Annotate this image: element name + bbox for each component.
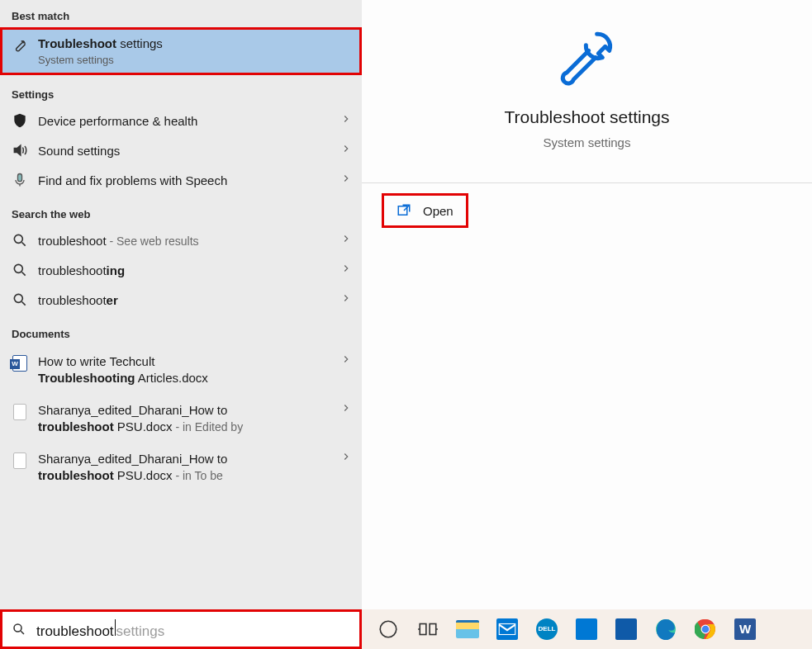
file-icon <box>12 452 28 469</box>
best-match-result[interactable]: Troubleshoot settings System settings <box>0 27 362 75</box>
svg-point-6 <box>14 624 21 632</box>
settings-item-speech[interactable]: Find and fix problems with Speech <box>0 165 362 195</box>
detail-hero: Troubleshoot settings System settings <box>362 0 812 182</box>
section-web: Search the web <box>0 203 362 225</box>
search-bar[interactable]: troubleshoot settings <box>0 609 362 649</box>
svg-point-14 <box>702 626 710 633</box>
doc-item-2[interactable]: Sharanya_edited_Dharani_How to troublesh… <box>0 394 362 443</box>
settings-item-device-health[interactable]: Device performance & health <box>0 106 362 135</box>
cortana-icon[interactable] <box>368 609 408 649</box>
mail-icon[interactable] <box>487 609 527 649</box>
task-view-icon[interactable] <box>408 609 448 649</box>
explorer-icon[interactable] <box>448 609 487 649</box>
svg-point-4 <box>14 295 22 303</box>
svg-point-2 <box>14 235 22 244</box>
chevron-right-icon <box>340 353 352 368</box>
speaker-icon <box>12 142 28 159</box>
open-icon <box>397 203 411 218</box>
divider <box>362 182 812 183</box>
chevron-right-icon <box>340 402 352 417</box>
detail-column: Troubleshoot settings System settings Op… <box>362 0 812 609</box>
app-tile-2-icon[interactable] <box>606 609 646 649</box>
section-documents: Documents <box>0 323 362 345</box>
word-doc-icon: W <box>12 355 28 372</box>
word-icon[interactable]: W <box>725 609 765 649</box>
web-item-troubleshooter[interactable]: troubleshooter <box>0 285 362 315</box>
wrench-icon <box>554 23 620 89</box>
shield-icon <box>12 112 28 129</box>
search-icon <box>12 262 28 278</box>
chevron-right-icon <box>340 233 352 248</box>
web-item-troubleshoot[interactable]: troubleshoot - See web results <box>0 225 362 255</box>
file-icon <box>12 404 28 420</box>
taskbar: DELL W <box>362 609 812 649</box>
chrome-icon[interactable] <box>686 609 725 649</box>
app-tile-1-icon[interactable] <box>567 609 606 649</box>
section-best-match: Best match <box>0 5 362 27</box>
open-button[interactable]: Open <box>382 193 468 228</box>
chevron-right-icon <box>340 263 352 277</box>
search-icon <box>12 622 26 637</box>
section-settings: Settings <box>0 83 362 106</box>
dell-icon[interactable]: DELL <box>527 609 567 649</box>
doc-item-3[interactable]: Sharanya_edited_Dharani_How to troublesh… <box>0 443 362 491</box>
search-icon <box>12 232 28 249</box>
search-icon <box>12 291 28 308</box>
doc-item-1[interactable]: W How to write Techcult Troubleshooting … <box>0 345 362 394</box>
mic-icon <box>12 172 28 188</box>
svg-rect-5 <box>398 206 407 216</box>
chevron-right-icon <box>340 173 352 187</box>
svg-point-3 <box>14 265 22 273</box>
open-label: Open <box>423 204 453 218</box>
detail-title: Troubleshoot settings <box>504 107 669 127</box>
web-item-troubleshooting[interactable]: troubleshooting <box>0 255 362 285</box>
svg-point-7 <box>380 621 397 637</box>
svg-rect-8 <box>420 624 426 635</box>
svg-point-0 <box>22 41 24 43</box>
edge-icon[interactable] <box>646 609 686 649</box>
settings-item-sound[interactable]: Sound settings <box>0 135 362 165</box>
results-column: Best match Troubleshoot settings System … <box>0 0 362 609</box>
search-panel: Best match Troubleshoot settings System … <box>0 0 812 609</box>
detail-subtitle: System settings <box>544 135 631 149</box>
chevron-right-icon <box>340 143 352 158</box>
svg-rect-9 <box>430 624 436 635</box>
wrench-icon <box>12 37 28 54</box>
chevron-right-icon <box>340 292 352 307</box>
chevron-right-icon <box>340 451 352 466</box>
best-match-label: Troubleshoot settings System settings <box>38 36 352 67</box>
chevron-right-icon <box>340 113 352 128</box>
svg-rect-1 <box>18 174 22 182</box>
